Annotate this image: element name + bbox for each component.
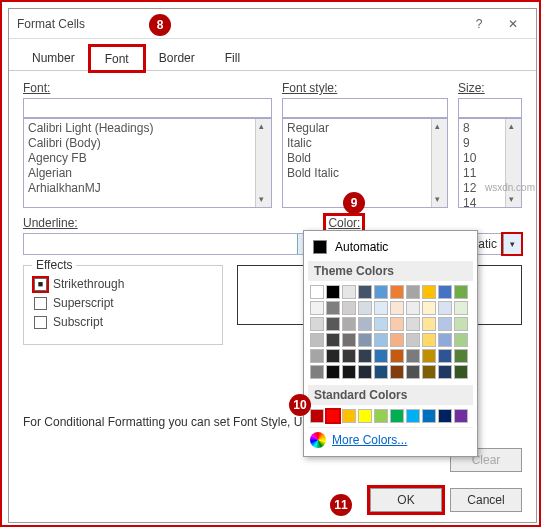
color-swatch[interactable]: [422, 317, 436, 331]
color-swatch[interactable]: [406, 365, 420, 379]
cancel-button[interactable]: Cancel: [450, 488, 522, 512]
color-swatch[interactable]: [342, 333, 356, 347]
color-swatch[interactable]: [342, 301, 356, 315]
tab-fill[interactable]: Fill: [210, 45, 255, 70]
color-swatch[interactable]: [454, 349, 468, 363]
color-swatch[interactable]: [326, 365, 340, 379]
color-swatch[interactable]: [390, 285, 404, 299]
color-swatch[interactable]: [342, 285, 356, 299]
help-icon[interactable]: ?: [464, 13, 494, 35]
color-swatch[interactable]: [438, 409, 452, 423]
scrollbar[interactable]: [431, 119, 447, 207]
color-swatch[interactable]: [326, 285, 340, 299]
color-swatch[interactable]: [310, 285, 324, 299]
list-item[interactable]: Algerian: [28, 166, 267, 181]
color-swatch[interactable]: [454, 317, 468, 331]
strikethrough-checkbox[interactable]: [34, 278, 47, 291]
underline-dropdown[interactable]: ▾: [23, 233, 316, 255]
color-swatch[interactable]: [390, 409, 404, 423]
color-swatch[interactable]: [438, 285, 452, 299]
color-swatch[interactable]: [454, 365, 468, 379]
color-swatch[interactable]: [422, 333, 436, 347]
list-item[interactable]: Bold: [287, 151, 443, 166]
color-swatch[interactable]: [454, 333, 468, 347]
color-swatch[interactable]: [374, 285, 388, 299]
font-listbox[interactable]: Calibri Light (Headings) Calibri (Body) …: [23, 118, 272, 208]
color-swatch[interactable]: [422, 349, 436, 363]
color-swatch[interactable]: [374, 409, 388, 423]
color-swatch[interactable]: [438, 301, 452, 315]
color-swatch[interactable]: [454, 285, 468, 299]
color-swatch[interactable]: [310, 333, 324, 347]
tab-number[interactable]: Number: [17, 45, 90, 70]
font-input[interactable]: [23, 98, 272, 118]
more-colors-option[interactable]: More Colors...: [308, 427, 473, 452]
ok-button[interactable]: OK: [370, 488, 442, 512]
color-swatch[interactable]: [390, 333, 404, 347]
chevron-down-icon[interactable]: ▾: [503, 234, 521, 254]
color-swatch[interactable]: [342, 349, 356, 363]
color-swatch[interactable]: [406, 349, 420, 363]
color-swatch[interactable]: [326, 333, 340, 347]
color-swatch[interactable]: [326, 349, 340, 363]
color-swatch[interactable]: [374, 349, 388, 363]
color-swatch[interactable]: [374, 301, 388, 315]
tab-border[interactable]: Border: [144, 45, 210, 70]
color-swatch[interactable]: [374, 333, 388, 347]
fontstyle-listbox[interactable]: Regular Italic Bold Bold Italic: [282, 118, 448, 208]
color-swatch[interactable]: [422, 285, 436, 299]
color-swatch[interactable]: [326, 317, 340, 331]
color-swatch[interactable]: [342, 317, 356, 331]
fontstyle-input[interactable]: [282, 98, 448, 118]
color-swatch[interactable]: [390, 349, 404, 363]
color-swatch[interactable]: [406, 333, 420, 347]
color-swatch[interactable]: [358, 301, 372, 315]
color-swatch[interactable]: [390, 365, 404, 379]
size-input[interactable]: [458, 98, 522, 118]
color-swatch[interactable]: [310, 349, 324, 363]
size-listbox[interactable]: 8 9 10 11 12 14: [458, 118, 522, 208]
color-swatch[interactable]: [310, 317, 324, 331]
color-swatch[interactable]: [342, 409, 356, 423]
color-swatch[interactable]: [358, 285, 372, 299]
color-swatch[interactable]: [310, 365, 324, 379]
color-swatch[interactable]: [406, 317, 420, 331]
automatic-option[interactable]: Automatic: [308, 235, 473, 259]
color-swatch[interactable]: [422, 301, 436, 315]
subscript-checkbox[interactable]: [34, 316, 47, 329]
list-item[interactable]: ArhialkhanMJ: [28, 181, 267, 196]
color-swatch[interactable]: [326, 301, 340, 315]
list-item[interactable]: Regular: [287, 121, 443, 136]
scrollbar[interactable]: [505, 119, 521, 207]
color-swatch[interactable]: [438, 365, 452, 379]
color-swatch[interactable]: [342, 365, 356, 379]
close-icon[interactable]: ✕: [498, 13, 528, 35]
list-item[interactable]: Calibri Light (Headings): [28, 121, 267, 136]
color-swatch[interactable]: [406, 301, 420, 315]
color-swatch[interactable]: [310, 301, 324, 315]
color-swatch[interactable]: [438, 349, 452, 363]
color-swatch[interactable]: [326, 409, 340, 423]
color-swatch[interactable]: [374, 317, 388, 331]
color-swatch[interactable]: [358, 349, 372, 363]
color-swatch[interactable]: [454, 301, 468, 315]
color-swatch[interactable]: [310, 409, 324, 423]
list-item[interactable]: Italic: [287, 136, 443, 151]
color-swatch[interactable]: [406, 409, 420, 423]
color-swatch[interactable]: [358, 365, 372, 379]
color-swatch[interactable]: [438, 333, 452, 347]
superscript-checkbox[interactable]: [34, 297, 47, 310]
color-swatch[interactable]: [422, 365, 436, 379]
tab-font[interactable]: Font: [90, 46, 144, 71]
list-item[interactable]: Bold Italic: [287, 166, 443, 181]
color-swatch[interactable]: [358, 333, 372, 347]
color-swatch[interactable]: [406, 285, 420, 299]
scrollbar[interactable]: [255, 119, 271, 207]
color-swatch[interactable]: [390, 301, 404, 315]
color-swatch[interactable]: [390, 317, 404, 331]
color-swatch[interactable]: [422, 409, 436, 423]
color-swatch[interactable]: [358, 409, 372, 423]
color-swatch[interactable]: [438, 317, 452, 331]
list-item[interactable]: Calibri (Body): [28, 136, 267, 151]
color-swatch[interactable]: [358, 317, 372, 331]
